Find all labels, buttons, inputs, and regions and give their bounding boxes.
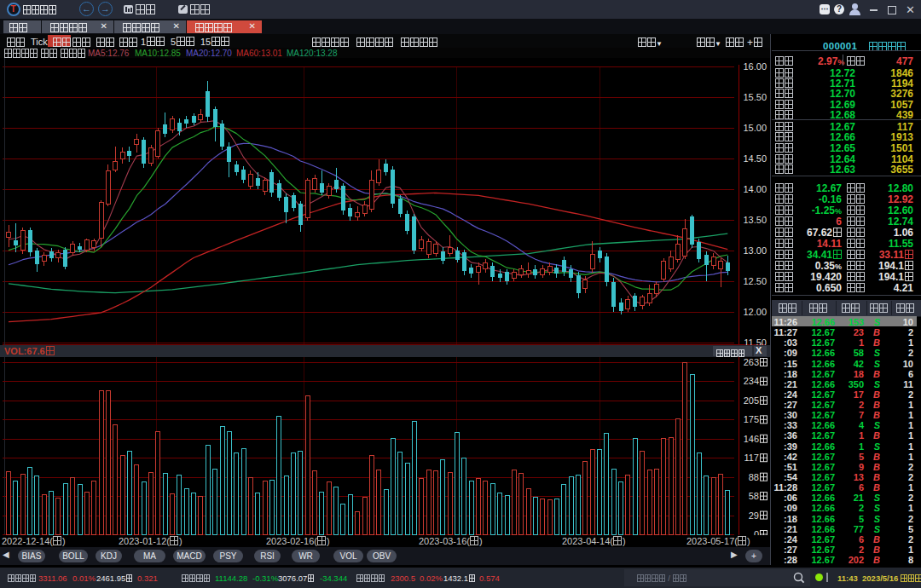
- svg-text:146: 146: [744, 434, 759, 444]
- svg-text:205: 205: [744, 395, 759, 406]
- svg-text:234: 234: [744, 376, 759, 386]
- svg-text:15.50: 15.50: [743, 92, 767, 102]
- svg-text:16.00: 16.00: [743, 61, 767, 72]
- svg-text:13.00: 13.00: [743, 245, 767, 256]
- svg-text:15.00: 15.00: [743, 123, 767, 133]
- svg-text:58: 58: [749, 491, 759, 501]
- svg-text:88: 88: [749, 472, 759, 482]
- svg-text:175: 175: [744, 414, 759, 424]
- svg-text:12.50: 12.50: [743, 276, 767, 286]
- svg-text:13.50: 13.50: [743, 215, 767, 225]
- svg-text:11.50: 11.50: [744, 337, 767, 345]
- svg-text:117: 117: [744, 453, 759, 463]
- svg-text:263: 263: [744, 357, 759, 367]
- svg-text:12.00: 12.00: [743, 307, 767, 317]
- svg-text:29: 29: [749, 510, 759, 521]
- svg-text:14.50: 14.50: [743, 153, 767, 164]
- svg-text:14.00: 14.00: [743, 184, 767, 194]
- svg-text:0: 0: [754, 529, 759, 535]
